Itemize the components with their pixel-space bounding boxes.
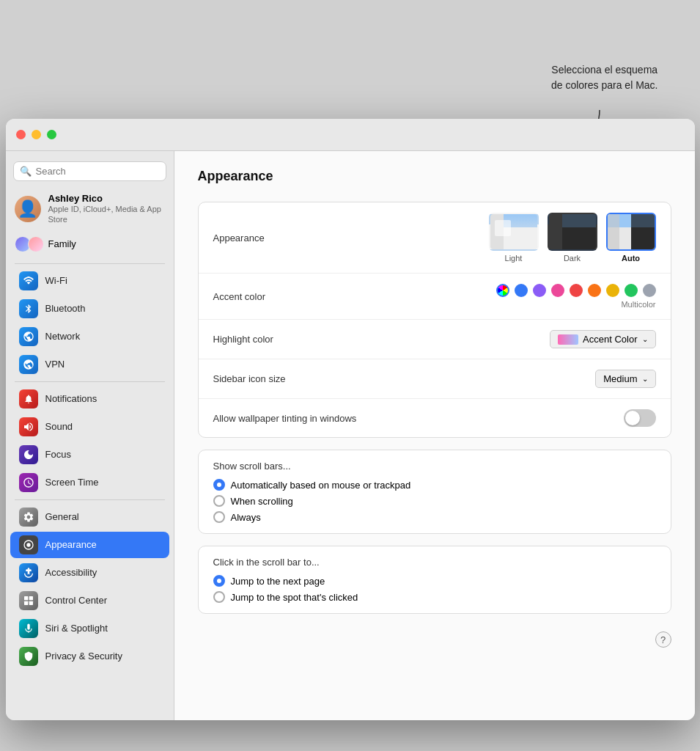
maximize-button[interactable] <box>47 130 56 139</box>
sidebar-item-general[interactable]: General <box>10 504 169 530</box>
color-orange[interactable] <box>588 284 601 297</box>
scroll-scrolling-radio[interactable] <box>213 495 225 507</box>
color-multicolor[interactable] <box>496 284 509 297</box>
notifications-icon <box>19 389 38 409</box>
scroll-auto-option[interactable]: Automatically based on mouse or trackpad <box>213 479 411 491</box>
sidebar-item-wifi[interactable]: Wi-Fi <box>10 268 169 294</box>
appearance-option-dark[interactable]: Dark <box>548 213 597 263</box>
sidebar-icon-size-label: Sidebar icon size <box>213 373 360 384</box>
color-green[interactable] <box>625 284 638 297</box>
color-gray[interactable] <box>643 284 656 297</box>
sidebar-item-label-accessibility: Accessibility <box>45 567 97 578</box>
wallpaper-tinting-row: Allow wallpaper tinting in windows <box>199 399 671 437</box>
dark-label: Dark <box>564 254 581 263</box>
color-red[interactable] <box>570 284 583 297</box>
appearance-label: Appearance <box>213 232 360 243</box>
svg-rect-6 <box>29 601 32 604</box>
appearance-options: Light Dark <box>489 213 656 263</box>
click-next-radio[interactable] <box>213 575 225 587</box>
sidebar-item-label-controlcenter: Control Center <box>45 595 108 606</box>
sidebar-item-label-focus: Focus <box>45 449 71 460</box>
dropdown-chevron-2: ⌄ <box>642 375 648 383</box>
click-scroll-row: Click in the scroll bar to... Jump to th… <box>199 546 671 613</box>
click-spot-radio[interactable] <box>213 591 225 603</box>
appearance-option-auto[interactable]: Auto <box>606 213 656 263</box>
sidebar-item-privacy[interactable]: Privacy & Security <box>10 643 169 670</box>
appearance-thumb-auto <box>606 213 656 251</box>
siri-icon <box>19 619 38 638</box>
click-scroll-control: Jump to the next page Jump to the spot t… <box>213 575 358 603</box>
settings-card-scrollbars: Show scroll bars... Automatically based … <box>198 450 671 534</box>
sidebar-item-appearance[interactable]: Appearance <box>10 532 169 558</box>
scroll-always-radio[interactable] <box>213 511 225 523</box>
appearance-thumb-light <box>489 213 539 251</box>
svg-rect-5 <box>24 601 28 604</box>
accent-sublabel: Multicolor <box>621 300 655 309</box>
sidebar-item-notifications[interactable]: Notifications <box>10 386 169 412</box>
scroll-always-option[interactable]: Always <box>213 511 411 523</box>
sidebar-divider-1 <box>15 263 165 264</box>
user-profile[interactable]: 👤 Ashley Rico Apple ID, iCloud+, Media &… <box>6 188 174 230</box>
user-subtitle: Apple ID, iCloud+, Media & App Store <box>48 204 165 225</box>
color-blue[interactable] <box>515 284 528 297</box>
family-section[interactable]: Family <box>6 232 174 256</box>
sound-icon <box>19 417 38 436</box>
accent-color-control: Multicolor <box>360 284 656 309</box>
sidebar-icon-size-dropdown[interactable]: Medium ⌄ <box>595 370 655 388</box>
sidebar-item-sound[interactable]: Sound <box>10 414 169 440</box>
title-bar <box>6 119 695 151</box>
highlight-preview <box>558 334 578 345</box>
scroll-auto-radio[interactable] <box>213 479 225 491</box>
sidebar: 🔍 👤 Ashley Rico Apple ID, iCloud+, Media… <box>6 151 174 720</box>
wifi-icon <box>19 271 38 290</box>
color-purple[interactable] <box>533 284 546 297</box>
sidebar-item-label-notifications: Notifications <box>45 393 97 404</box>
accent-colors: Multicolor <box>496 284 656 309</box>
sidebar-item-label-siri: Siri & Spotlight <box>45 623 108 634</box>
sidebar-item-siri[interactable]: Siri & Spotlight <box>10 615 169 642</box>
sidebar-item-label-sound: Sound <box>45 421 73 432</box>
help-button[interactable]: ? <box>655 631 671 648</box>
sidebar-item-network[interactable]: Network <box>10 323 169 350</box>
sidebar-item-accessibility[interactable]: Accessibility <box>10 560 169 586</box>
sidebar-item-label-vpn: VPN <box>45 359 65 370</box>
scroll-bars-options: Automatically based on mouse or trackpad… <box>213 479 411 523</box>
highlight-color-dropdown[interactable]: Accent Color ⌄ <box>550 330 655 348</box>
search-bar[interactable]: 🔍 <box>13 161 166 181</box>
sidebar-item-vpn[interactable]: VPN <box>10 351 169 378</box>
bluetooth-icon <box>19 299 38 318</box>
click-next-option[interactable]: Jump to the next page <box>213 575 358 587</box>
minimize-button[interactable] <box>32 130 41 139</box>
sidebar-item-bluetooth[interactable]: Bluetooth <box>10 296 169 322</box>
close-button[interactable] <box>16 130 26 139</box>
search-input[interactable] <box>36 166 160 177</box>
privacy-icon <box>19 647 38 666</box>
sidebar-item-focus[interactable]: Focus <box>10 442 169 468</box>
traffic-lights <box>16 130 56 139</box>
controlcenter-icon <box>19 591 38 610</box>
sidebar-icon-size-control: Medium ⌄ <box>360 370 656 388</box>
sidebar-item-controlcenter[interactable]: Control Center <box>10 587 169 614</box>
appearance-option-light[interactable]: Light <box>489 213 539 263</box>
dropdown-chevron: ⌄ <box>642 335 648 343</box>
scroll-scrolling-option[interactable]: When scrolling <box>213 495 411 507</box>
accessibility-icon <box>19 563 38 582</box>
sidebar-item-screentime[interactable]: Screen Time <box>10 469 169 496</box>
highlight-color-control: Accent Color ⌄ <box>360 330 656 348</box>
sidebar-divider-2 <box>15 381 165 382</box>
sidebar-item-label-wifi: Wi-Fi <box>45 275 67 286</box>
wallpaper-tinting-label: Allow wallpaper tinting in windows <box>213 413 360 424</box>
wallpaper-tinting-toggle[interactable] <box>624 409 656 427</box>
sidebar-icon-size-value: Medium <box>603 373 637 384</box>
scroll-bars-label: Show scroll bars... <box>213 461 360 472</box>
accent-color-label: Accent color <box>213 291 360 302</box>
color-yellow[interactable] <box>606 284 619 297</box>
wallpaper-tinting-control <box>360 409 656 427</box>
appearance-thumb-dark <box>548 213 597 251</box>
sidebar-item-label-network: Network <box>45 331 81 342</box>
light-label: Light <box>505 254 523 263</box>
color-pink[interactable] <box>551 284 564 297</box>
scroll-bars-control: Automatically based on mouse or trackpad… <box>213 479 411 523</box>
sidebar-item-label-privacy: Privacy & Security <box>45 651 122 662</box>
click-spot-option[interactable]: Jump to the spot that's clicked <box>213 591 358 603</box>
